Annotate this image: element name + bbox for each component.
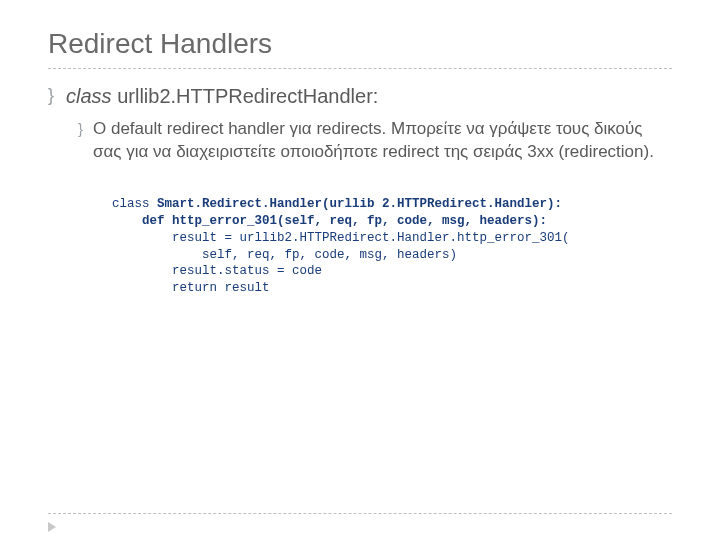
- bullet-level1: } class urllib2.HTTPRedirectHandler:: [48, 83, 672, 110]
- level1-text: class urllib2.HTTPRedirectHandler:: [66, 83, 378, 110]
- code-line-2: def http_error_301(self, req, fp, code, …: [112, 214, 547, 228]
- class-keyword: class: [66, 85, 112, 107]
- divider-top: [48, 68, 672, 69]
- code-line-3: result = urllib2.HTTPRedirect.Handler.ht…: [112, 231, 570, 245]
- level2-text: Ο default redirect handler για redirects…: [93, 118, 672, 164]
- level1-rest: urllib2.HTTPRedirectHandler:: [112, 85, 379, 107]
- page-title: Redirect Handlers: [48, 28, 672, 60]
- slide: Redirect Handlers } class urllib2.HTTPRe…: [0, 0, 720, 540]
- bullet-icon: }: [78, 118, 83, 139]
- bullet-icon: }: [48, 83, 54, 108]
- bullet-level2: } Ο default redirect handler για redirec…: [78, 118, 672, 164]
- code-line-5: result.status = code: [112, 264, 322, 278]
- divider-bottom: [48, 513, 672, 514]
- code-line-1b: Smart.Redirect.Handler(urllib 2.HTTPRedi…: [157, 197, 562, 211]
- code-line-6: return result: [112, 281, 270, 295]
- code-line-4: self, req, fp, code, msg, headers): [112, 248, 457, 262]
- code-kw-class: class: [112, 197, 157, 211]
- code-block: class Smart.Redirect.Handler(urllib 2.HT…: [112, 196, 672, 297]
- arrow-icon: [48, 522, 56, 532]
